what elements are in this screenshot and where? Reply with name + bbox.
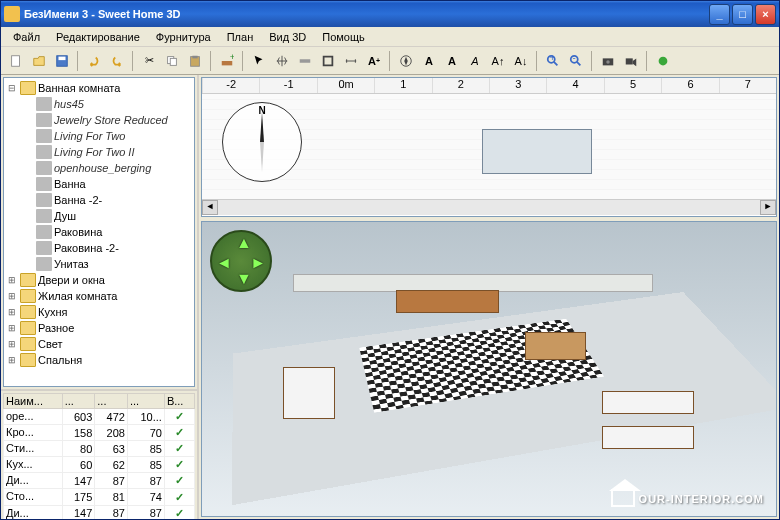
nav-left-icon[interactable]: ◄: [216, 254, 232, 272]
svg-rect-6: [192, 55, 197, 58]
save-icon[interactable]: [51, 50, 73, 72]
tree-item[interactable]: Ванна: [22, 176, 192, 192]
title-bar: БезИмени 3 - Sweet Home 3D _ □ ×: [1, 1, 779, 27]
tree-item[interactable]: Living For Two II: [22, 144, 192, 160]
tree-item[interactable]: Душ: [22, 208, 192, 224]
tree-item-label: Раковина: [54, 226, 102, 238]
italic-icon[interactable]: A: [464, 50, 486, 72]
new-file-icon[interactable]: [5, 50, 27, 72]
tree-item-label: Унитаз: [54, 258, 89, 270]
redo-icon[interactable]: [106, 50, 128, 72]
tree-item-label: Раковина -2-: [54, 242, 119, 254]
video-icon[interactable]: [620, 50, 642, 72]
preferences-icon[interactable]: [652, 50, 674, 72]
menu-furniture[interactable]: Фурнитура: [148, 29, 219, 45]
tree-item[interactable]: Раковина: [22, 224, 192, 240]
tree-category[interactable]: ⊞Кухня: [6, 304, 192, 320]
text-icon[interactable]: A+: [363, 50, 385, 72]
table-row[interactable]: Сти...806385✓: [4, 441, 195, 457]
dimension-icon[interactable]: [340, 50, 362, 72]
tree-item-label: openhouse_berging: [54, 162, 151, 174]
pan-icon[interactable]: [271, 50, 293, 72]
tree-item[interactable]: Living For Two: [22, 128, 192, 144]
menu-help[interactable]: Помощь: [314, 29, 373, 45]
cut-icon[interactable]: ✂: [138, 50, 160, 72]
tree-category[interactable]: ⊞Жилая комната: [6, 288, 192, 304]
menu-file[interactable]: Файл: [5, 29, 48, 45]
table-row[interactable]: оре...60347210...✓: [4, 409, 195, 425]
window-title: БезИмени 3 - Sweet Home 3D: [24, 8, 709, 20]
view-3d[interactable]: ▲ ▼ ◄ ► OUR-INTERIOR.COM: [201, 221, 777, 517]
table-row[interactable]: Ди...1478787✓: [4, 473, 195, 489]
tree-root[interactable]: ⊟Ванная комната: [6, 80, 192, 96]
scrollbar-horizontal[interactable]: ◄►: [202, 199, 776, 215]
open-icon[interactable]: [28, 50, 50, 72]
tree-category[interactable]: ⊞Свет: [6, 336, 192, 352]
wall-icon[interactable]: [294, 50, 316, 72]
tree-item[interactable]: Раковина -2-: [22, 240, 192, 256]
tree-item[interactable]: Jewelry Store Reduced: [22, 112, 192, 128]
tree-category[interactable]: ⊞Спальня: [6, 352, 192, 368]
menu-bar: Файл Редактирование Фурнитура План Вид 3…: [1, 27, 779, 47]
copy-icon[interactable]: [161, 50, 183, 72]
room-3d: [242, 262, 756, 496]
camera-icon[interactable]: [597, 50, 619, 72]
tree-item-label: Душ: [54, 210, 76, 222]
table-header[interactable]: ...: [127, 394, 164, 409]
svg-text:-: -: [573, 54, 576, 63]
tree-item[interactable]: Унитаз: [22, 256, 192, 272]
tree-category[interactable]: ⊞Разное: [6, 320, 192, 336]
menu-edit[interactable]: Редактирование: [48, 29, 148, 45]
mini-floorplan[interactable]: [482, 129, 592, 174]
toolbar: ✂ + A+ A A A A↑ A↓ + -: [1, 47, 779, 75]
plan-canvas[interactable]: [202, 94, 776, 199]
table-row[interactable]: Кро...15820870✓: [4, 425, 195, 441]
compass-icon[interactable]: [222, 102, 302, 182]
tree-category[interactable]: ⊞Двери и окна: [6, 272, 192, 288]
table-row[interactable]: Ди...1478787✓: [4, 505, 195, 520]
table-header[interactable]: ...: [62, 394, 95, 409]
maximize-button[interactable]: □: [732, 4, 753, 25]
tree-item[interactable]: openhouse_berging: [22, 160, 192, 176]
svg-text:+: +: [230, 54, 234, 62]
select-icon[interactable]: [248, 50, 270, 72]
check-icon: ✓: [175, 491, 184, 503]
zoom-in-icon[interactable]: +: [542, 50, 564, 72]
paste-icon[interactable]: [184, 50, 206, 72]
table-header[interactable]: В...: [164, 394, 194, 409]
tree-item-label: Ванна -2-: [54, 194, 102, 206]
nav-up-icon[interactable]: ▲: [236, 234, 252, 252]
table-row[interactable]: Кух...606285✓: [4, 457, 195, 473]
furniture-table[interactable]: Наим............В... оре...60347210...✓ …: [3, 393, 195, 520]
text-style-icon[interactable]: A: [418, 50, 440, 72]
tree-category-label: Свет: [38, 338, 62, 350]
tree-category-label: Кухня: [38, 306, 67, 318]
plan-2d-view[interactable]: -2-10m1234567 ◄►: [201, 77, 777, 217]
zoom-out-icon[interactable]: -: [565, 50, 587, 72]
check-icon: ✓: [175, 458, 184, 470]
close-button[interactable]: ×: [755, 4, 776, 25]
decrease-icon[interactable]: A↓: [510, 50, 532, 72]
menu-plan[interactable]: План: [219, 29, 262, 45]
minimize-button[interactable]: _: [709, 4, 730, 25]
table-header[interactable]: ...: [95, 394, 128, 409]
tree-item-label: Ванна: [54, 178, 86, 190]
increase-icon[interactable]: A↑: [487, 50, 509, 72]
undo-icon[interactable]: [83, 50, 105, 72]
tree-item-label: Jewelry Store Reduced: [54, 114, 168, 126]
menu-3dview[interactable]: Вид 3D: [261, 29, 314, 45]
table-header[interactable]: Наим...: [4, 394, 63, 409]
right-pane: -2-10m1234567 ◄► ▲ ▼ ◄ ►: [199, 75, 779, 519]
catalog-tree[interactable]: ⊟Ванная комната hus45Jewelry Store Reduc…: [3, 77, 195, 387]
ruler-horizontal: -2-10m1234567: [202, 78, 776, 94]
add-furniture-icon[interactable]: +: [216, 50, 238, 72]
room-icon[interactable]: [317, 50, 339, 72]
svg-rect-9: [300, 59, 311, 63]
table-row[interactable]: Сто...1758174✓: [4, 489, 195, 505]
svg-rect-18: [626, 58, 633, 64]
bold-icon[interactable]: A: [441, 50, 463, 72]
tree-item-label: Living For Two II: [54, 146, 135, 158]
compass-icon[interactable]: [395, 50, 417, 72]
tree-item[interactable]: hus45: [22, 96, 192, 112]
tree-item[interactable]: Ванна -2-: [22, 192, 192, 208]
